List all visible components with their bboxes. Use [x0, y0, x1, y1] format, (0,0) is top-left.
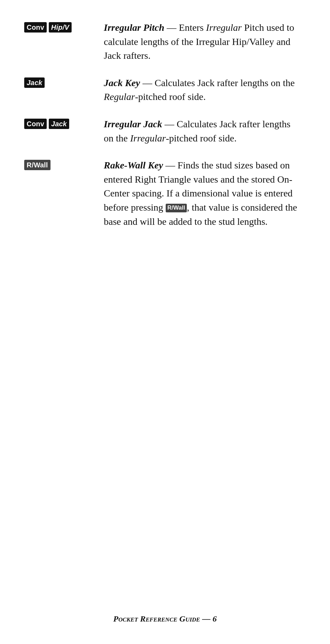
term-irregular-jack: Irregular Jack [104, 119, 162, 129]
desc-jack-key: Jack Key — Calculates Jack rafter length… [104, 76, 302, 104]
inline-badge-rwall: R/Wall [166, 204, 187, 212]
page-content: Conv Hip/V Irregular Pitch — Enters Irre… [0, 0, 330, 269]
sep-1: — [167, 22, 179, 33]
entry-irregular-pitch: Conv Hip/V Irregular Pitch — Enters Irre… [24, 21, 302, 63]
key-col-irregular-pitch: Conv Hip/V [24, 21, 104, 33]
term-rake-wall: Rake-Wall Key [104, 160, 163, 171]
footer-text: Pocket Reference Guide — 6 [113, 614, 217, 623]
entry-jack-key: Jack Jack Key — Calculates Jack rafter l… [24, 76, 302, 104]
entry-irregular-jack: Conv Jack Irregular Jack — Calculates Ja… [24, 117, 302, 145]
sep-4: — [165, 160, 177, 171]
key-col-rwall: R/Wall [24, 158, 104, 170]
key-col-irregular-jack: Conv Jack [24, 117, 104, 129]
badge-jack-1: Jack [24, 77, 45, 88]
badge-jack-2: Jack [49, 119, 69, 129]
badge-rwall: R/Wall [24, 160, 51, 170]
badge-hipv: Hip/V [49, 22, 72, 33]
term-irregular-pitch: Irregular Pitch [104, 22, 164, 33]
entry-rake-wall: R/Wall Rake-Wall Key — Finds the stud si… [24, 158, 302, 229]
desc-irregular-jack: Irregular Jack — Calculates Jack rafter … [104, 117, 302, 145]
badge-conv-1: Conv [24, 22, 47, 33]
sep-2: — [143, 77, 155, 88]
page-footer: Pocket Reference Guide — 6 [0, 613, 330, 625]
term-jack-key: Jack Key [104, 77, 140, 88]
desc-rake-wall: Rake-Wall Key — Finds the stud sizes bas… [104, 158, 302, 229]
badge-conv-2: Conv [24, 119, 47, 129]
desc-irregular-pitch: Irregular Pitch — Enters Irregular Pitch… [104, 21, 302, 63]
key-col-jack: Jack [24, 76, 104, 88]
sep-3: — [165, 119, 177, 129]
